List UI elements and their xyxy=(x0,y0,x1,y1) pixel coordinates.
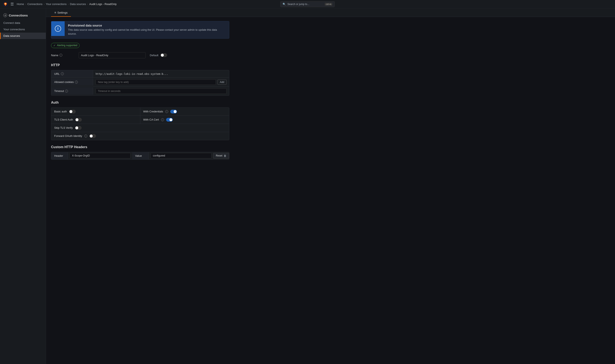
header-row-0: Header Value Reset 🗑 xyxy=(51,152,229,159)
auth-row-forward-oauth: Forward OAuth Identity i xyxy=(51,132,229,140)
svg-point-1 xyxy=(5,3,6,4)
name-info-icon[interactable]: i xyxy=(59,54,62,57)
add-cookie-button[interactable]: Add xyxy=(218,80,227,85)
with-ca-cert-toggle[interactable] xyxy=(166,118,173,122)
header-value-input[interactable] xyxy=(150,153,211,158)
allowed-cookies-input[interactable] xyxy=(96,79,216,85)
with-credentials-info-icon[interactable]: i xyxy=(165,110,168,113)
auth-forward-oauth-right xyxy=(140,134,229,138)
url-label-cell: URL i xyxy=(51,70,93,78)
timeout-input[interactable] xyxy=(96,88,227,94)
header-label-cell: Header xyxy=(51,152,68,159)
timeout-value-cell xyxy=(93,87,229,95)
auth-with-ca-cert-cell: With CA Cert i xyxy=(140,116,229,124)
default-label: Default xyxy=(150,54,158,57)
header-name-input[interactable] xyxy=(70,153,131,158)
breadcrumb-connections[interactable]: Connections xyxy=(27,2,42,6)
http-table: URL i http://audit-logs-loki-io-read.obs… xyxy=(51,70,229,96)
with-credentials-toggle[interactable] xyxy=(170,110,177,114)
forward-oauth-toggle[interactable] xyxy=(89,134,96,138)
http-section-title: HTTP xyxy=(51,63,229,67)
tab-settings-label: Settings xyxy=(57,11,68,14)
with-credentials-label: With Credentials xyxy=(143,110,163,113)
alerting-badge-label: Alerting supported xyxy=(57,44,77,47)
breadcrumb-current: Audit Logs - ReadOnly xyxy=(89,2,117,6)
search-shortcut: ctrl+k xyxy=(325,3,332,6)
basic-auth-label: Basic auth xyxy=(54,110,67,113)
default-toggle[interactable] xyxy=(161,53,167,57)
sidebar-title: Connections xyxy=(9,13,28,17)
alerting-badge: ✓ Alerting supported xyxy=(51,43,80,48)
forward-oauth-info-icon[interactable]: i xyxy=(84,135,87,138)
auth-with-credentials-cell: With Credentials i xyxy=(140,108,229,116)
tls-client-auth-toggle[interactable] xyxy=(75,118,82,122)
provisioned-icon-box: i xyxy=(51,21,65,36)
default-toggle-row: Default xyxy=(150,53,167,57)
trash-icon: 🗑 xyxy=(224,154,226,157)
search-bar[interactable]: 🔍 Search or jump to... ctrl+k xyxy=(280,1,335,7)
settings-tab-icon: ≡ xyxy=(55,11,56,14)
content-area: i Provisioned data source This data sour… xyxy=(46,17,234,168)
value-label-cell: Value xyxy=(132,152,149,159)
auth-row-basic-credentials: Basic auth With Credentials i xyxy=(51,108,229,116)
allowed-cookies-label-cell: Allowed cookies i xyxy=(51,78,93,86)
auth-section-title: Auth xyxy=(51,101,229,104)
name-form-row: Name i Default xyxy=(51,52,229,58)
allowed-cookies-row: Allowed cookies i Add xyxy=(51,78,229,87)
sidebar-section-header: ⊙ Connections xyxy=(0,12,46,20)
url-value: http://audit-logs-loki-io-read.obs-syste… xyxy=(96,72,168,76)
auth-basic-auth-cell: Basic auth xyxy=(51,108,140,116)
provisioned-text: Provisioned data source This data source… xyxy=(65,21,229,39)
allowed-cookies-value-cell: Add xyxy=(93,78,229,87)
search-placeholder: Search or jump to... xyxy=(287,3,309,6)
reset-label: Reset xyxy=(216,154,222,157)
url-label: URL xyxy=(54,72,60,76)
with-ca-cert-label: With CA Cert xyxy=(143,118,159,121)
provisioned-description: This data source was added by config and… xyxy=(68,28,226,36)
url-value-cell: http://audit-logs-loki-io-read.obs-syste… xyxy=(93,71,229,77)
topbar: ☰ Home › Connections › Your connections … xyxy=(0,0,615,8)
timeout-label: Timeout xyxy=(54,90,64,92)
breadcrumb-home[interactable]: Home xyxy=(17,2,24,6)
auth-row-tls-ca: TLS Client Auth With CA Cert i xyxy=(51,116,229,124)
provisioned-notice: i Provisioned data source This data sour… xyxy=(51,21,229,39)
auth-grid: Basic auth With Credentials i TLS Client… xyxy=(51,107,229,140)
auth-row-skip-tls: Skip TLS Verify xyxy=(51,124,229,132)
allowed-cookies-label: Allowed cookies xyxy=(54,80,74,84)
tabs-bar: ≡ Settings xyxy=(46,8,615,17)
auth-tls-client-auth-cell: TLS Client Auth xyxy=(51,116,140,124)
connections-icon: ⊙ xyxy=(3,13,7,17)
provisioned-title: Provisioned data source xyxy=(68,24,226,27)
name-label: Name i xyxy=(51,54,76,57)
forward-oauth-label: Forward OAuth Identity xyxy=(54,134,82,138)
with-ca-cert-info-icon[interactable]: i xyxy=(161,118,164,121)
basic-auth-toggle[interactable] xyxy=(69,110,76,114)
skip-tls-label: Skip TLS Verify xyxy=(54,126,73,129)
grafana-logo xyxy=(2,1,8,7)
search-icon: 🔍 xyxy=(283,3,286,6)
sidebar-item-your-connections[interactable]: Your connections xyxy=(0,26,46,33)
auth-skip-tls-right xyxy=(140,126,229,130)
hamburger-menu[interactable]: ☰ xyxy=(11,2,14,6)
allowed-cookies-info-icon[interactable]: i xyxy=(75,81,78,84)
timeout-info-icon[interactable]: i xyxy=(65,90,68,92)
breadcrumb: Home › Connections › Your connections › … xyxy=(17,2,117,6)
breadcrumb-your-connections[interactable]: Your connections xyxy=(46,2,67,6)
timeout-label-cell: Timeout i xyxy=(51,87,93,95)
headers-table: Header Value Reset 🗑 xyxy=(51,152,229,160)
custom-headers-section-title: Custom HTTP Headers xyxy=(51,145,229,149)
provisioned-info-icon: i xyxy=(55,26,61,32)
sidebar: ⊙ Connections Connect data Your connecti… xyxy=(0,8,46,364)
skip-tls-toggle[interactable] xyxy=(75,126,82,130)
breadcrumb-data-sources[interactable]: Data sources xyxy=(70,2,86,6)
main-content: ≡ Settings i Provisioned data source Thi… xyxy=(46,8,615,364)
reset-button[interactable]: Reset 🗑 xyxy=(213,153,229,159)
tab-settings[interactable]: ≡ Settings xyxy=(51,8,71,17)
url-info-icon[interactable]: i xyxy=(61,72,64,75)
alerting-check-icon: ✓ xyxy=(53,44,56,47)
tls-client-auth-label: TLS Client Auth xyxy=(54,118,73,121)
name-input[interactable] xyxy=(79,52,146,58)
sidebar-item-data-sources[interactable]: Data sources xyxy=(0,33,46,39)
auth-skip-tls-cell: Skip TLS Verify xyxy=(51,124,140,132)
sidebar-item-connect-data[interactable]: Connect data xyxy=(0,20,46,26)
